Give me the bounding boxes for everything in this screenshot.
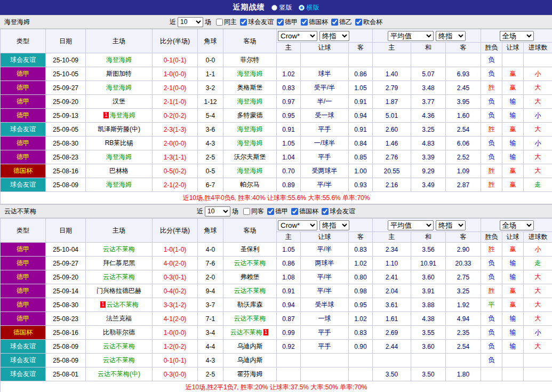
league-badge: 德甲: [1, 137, 46, 150]
away-team: 勒沃库森: [223, 298, 277, 312]
asian-handicap: 两球半: [301, 257, 349, 270]
team-link: 勒沃库森: [237, 301, 263, 308]
team-link: 云达不莱梅: [103, 273, 135, 281]
euro-draw-odds: [411, 354, 446, 367]
away-team: 海登海姆: [223, 95, 277, 109]
asian-away-odds: 0.98: [349, 284, 373, 298]
home-team: 凯泽斯劳滕(中): [86, 123, 153, 137]
match-date: 25-08-09: [46, 354, 86, 367]
match-score: 3-3(1-2): [153, 298, 198, 312]
euro-odds-average-select[interactable]: 平均值: [388, 220, 434, 230]
match-row: 德国杯25-08-16巴林格0-5(0-2)0-5海登海姆0.70受两球半1.0…: [1, 164, 552, 178]
filter-checkbox[interactable]: [331, 19, 338, 26]
filter-checkbox[interactable]: [277, 19, 284, 26]
euro-draw-odds: 3.56: [411, 243, 446, 257]
euro-home-odds: 2.76: [373, 150, 411, 164]
euro-odds-final-select[interactable]: 终指: [436, 31, 466, 41]
filter-checkbox-item[interactable]: 欧会杯: [352, 18, 382, 27]
asian-odds-final-select[interactable]: 终指: [319, 220, 349, 230]
result-handicap: 输: [502, 340, 524, 354]
layout-option-horizontal[interactable]: 横版: [299, 3, 319, 12]
team-link: 云达不莱梅(中): [98, 370, 140, 378]
filter-checkbox-item[interactable]: 德甲: [274, 18, 298, 27]
filter-checkbox-label: 德乙: [339, 18, 352, 27]
filter-checkbox[interactable]: [355, 19, 362, 26]
filter-checkbox-item[interactable]: 德国杯: [298, 18, 328, 27]
filter-checkbox-item[interactable]: 球会友谊: [237, 18, 274, 27]
euro-home-odds: 1.40: [373, 67, 411, 81]
horizontal-radio-icon[interactable]: [299, 5, 305, 11]
euro-home-subheader: 主: [373, 232, 411, 243]
euro-home-subheader: 主: [373, 43, 411, 53]
corner-score: 2-0: [198, 270, 223, 284]
euro-home-odds: 1.87: [373, 95, 411, 109]
filter-checkbox-item[interactable]: 同客: [240, 207, 264, 216]
vertical-radio-icon[interactable]: [271, 5, 277, 11]
result-win-loss: 负: [481, 67, 502, 81]
result-scope-select[interactable]: 全场: [500, 31, 534, 41]
red-card-icon: 1: [103, 112, 109, 118]
asian-home-odds: 0.91: [277, 284, 301, 298]
result-handicap: 输: [502, 150, 524, 164]
filter-checkbox-item[interactable]: 同主: [213, 18, 237, 27]
near-label: 近: [197, 207, 203, 216]
filter-checkbox-item[interactable]: 德乙: [328, 18, 352, 27]
euro-odds-final-select[interactable]: 终指: [436, 220, 466, 230]
team-section-heidenheim: 海登海姆 近 10 场 同主球会友谊德甲德国杯德乙欧会杯 类型 日期 主场 比分…: [0, 15, 552, 204]
result-handicap: 赢: [502, 284, 524, 298]
result-goals: [524, 354, 552, 367]
corner-score: 7-1: [198, 312, 223, 326]
home-column-header: 主场: [86, 29, 153, 53]
euro-draw-odds: 3.50: [411, 367, 446, 381]
asian-away-odds: [349, 53, 373, 67]
away-team: 乌迪内斯: [223, 340, 277, 354]
match-date: 25-09-27: [46, 81, 86, 95]
asian-home-odds: 1.05: [277, 137, 301, 150]
asian-home-odds: 0.99: [277, 326, 301, 340]
filter-checkbox-item[interactable]: 德国杯: [288, 207, 318, 216]
result-handicap: 输: [502, 109, 524, 123]
match-row: 德甲25-09-131海登海姆0-2(0-2)5-4多特蒙德0.95受一球0.9…: [1, 109, 552, 123]
asian-away-odds: 0.91: [349, 123, 373, 137]
home-team: 海登海姆: [86, 178, 153, 192]
asian-odds-company-select[interactable]: Crow*: [278, 31, 317, 41]
asian-handicap: 半/一: [301, 95, 349, 109]
match-count-select[interactable]: 10: [178, 17, 203, 27]
home-team: 1云达不莱梅: [86, 298, 153, 312]
euro-away-subheader: 客: [446, 232, 481, 243]
filter-checkbox[interactable]: [291, 208, 298, 215]
filter-checkbox-item[interactable]: 德甲: [264, 207, 288, 216]
euro-draw-odds: 3.91: [411, 284, 446, 298]
match-score: 0-1(0-1): [153, 53, 198, 67]
euro-draw-odds: 5.07: [411, 67, 446, 81]
match-date: 25-08-09: [46, 340, 86, 354]
filter-checkbox[interactable]: [240, 19, 247, 26]
filter-checkbox[interactable]: [322, 208, 329, 215]
match-score: 1-2(0-2): [153, 340, 198, 354]
filter-checkbox[interactable]: [267, 208, 274, 215]
match-row: 德甲25-08-23海登海姆1-3(1-1)2-5沃尔夫斯堡1.04平手0.85…: [1, 150, 552, 164]
result-win-loss: 负: [481, 137, 502, 150]
euro-draw-odds: 3.60: [411, 270, 446, 284]
filter-checkbox-label: 欧会杯: [363, 18, 382, 27]
asian-odds-final-select[interactable]: 终指: [319, 31, 349, 41]
away-column-header: 客场: [223, 219, 277, 243]
filter-checkbox-list: 同主球会友谊德甲德国杯德乙欧会杯: [213, 18, 382, 27]
asian-odds-company-select[interactable]: Crow*: [278, 220, 317, 230]
home-team: 云达不莱梅: [86, 354, 153, 367]
match-count-select[interactable]: 10: [205, 206, 230, 217]
asian-home-odds: 0.95: [277, 109, 301, 123]
league-badge: 德甲: [1, 270, 46, 284]
layout-option-vertical[interactable]: 竖版: [271, 3, 292, 12]
filter-checkbox-item[interactable]: 球会友谊: [318, 207, 355, 216]
filter-checkbox[interactable]: [216, 19, 223, 26]
result-scope-select[interactable]: 全场: [500, 220, 534, 230]
filter-checkbox[interactable]: [243, 208, 250, 215]
result-win-loss: 平: [481, 298, 502, 312]
euro-draw-odds: 3.60: [411, 340, 446, 354]
match-score: 4-1(2-0): [153, 312, 198, 326]
filter-checkbox[interactable]: [301, 19, 308, 26]
euro-odds-average-select[interactable]: 平均值: [388, 31, 434, 41]
match-score: 0-2(0-2): [153, 109, 198, 123]
match-score: 0-1(0-1): [153, 354, 198, 367]
